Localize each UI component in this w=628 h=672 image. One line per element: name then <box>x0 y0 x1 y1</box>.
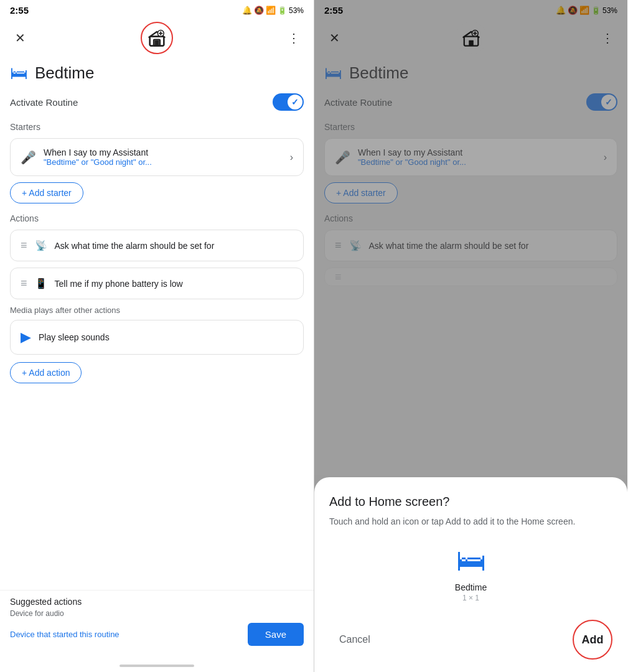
actions-label: Actions <box>10 213 304 223</box>
mic-icon: 🎤 <box>21 150 36 165</box>
media-title: Play sleep sounds <box>39 332 110 342</box>
starters-label: Starters <box>10 122 304 132</box>
suggested-actions-label: Suggested actions <box>10 597 304 607</box>
starter-title: When I say to my Assistant <box>44 147 283 157</box>
left-panel: 2:55 🔔 🔕 📶 🔋 53% ✕ <box>0 0 314 672</box>
play-icon: ▶ <box>21 329 31 345</box>
drag-handle2-icon: ≡ <box>21 277 27 290</box>
svg-rect-3 <box>154 40 159 46</box>
left-time: 2:55 <box>10 5 29 16</box>
dialog-cancel-button[interactable]: Cancel <box>329 628 380 651</box>
home-add-icon <box>148 29 166 47</box>
left-more-button[interactable]: ⋮ <box>281 26 306 50</box>
battery-icon: 🔋 <box>278 6 287 15</box>
home-indicator <box>120 665 194 667</box>
action2-title: Tell me if my phone battery is low <box>55 279 293 289</box>
dialog-icon-area: 🛏 Bedtime 1 × 1 <box>329 543 612 602</box>
right-panel: 2:55 🔔 🔕 📶 🔋 53% ✕ ⋮ <box>314 0 627 672</box>
bed-icon: 🛏 <box>10 63 27 83</box>
drag-handle-icon: ≡ <box>21 239 27 252</box>
left-bottom-bar: Suggested actions Device for audio Devic… <box>0 590 314 658</box>
dialog-overlay: Add to Home screen? Touch and hold an ic… <box>314 0 627 672</box>
activate-toggle[interactable]: ✓ <box>273 93 304 111</box>
dialog-body: Touch and hold an icon or tap Add to add… <box>329 515 612 528</box>
toggle-knob: ✓ <box>288 95 302 110</box>
add-starter-button[interactable]: + Add starter <box>10 182 83 203</box>
check-icon: ✓ <box>291 97 299 107</box>
speaker-icon: 📡 <box>35 240 47 251</box>
action1-content: Ask what time the alarm should be set fo… <box>55 241 293 251</box>
add-to-homescreen-dialog: Add to Home screen? Touch and hold an ic… <box>314 477 627 672</box>
left-top-bar: ✕ ⋮ <box>0 18 314 58</box>
activate-label: Activate Routine <box>10 97 78 108</box>
dialog-add-circle[interactable]: Add <box>573 620 612 660</box>
phone-icon: 📱 <box>35 278 47 289</box>
dialog-actions-row: Cancel Add <box>329 615 612 660</box>
battery-pct: 53% <box>289 6 304 15</box>
activate-routine-row: Activate Routine ✓ <box>10 93 304 111</box>
left-status-bar: 2:55 🔔 🔕 📶 🔋 53% <box>0 0 314 18</box>
device-audio-label: Device for audio <box>10 609 304 618</box>
action1-card[interactable]: ≡ 📡 Ask what time the alarm should be se… <box>10 230 304 261</box>
wifi-icon: 📶 <box>266 6 276 15</box>
save-button[interactable]: Save <box>248 623 304 646</box>
dialog-bed-icon: 🛏 <box>456 543 486 577</box>
media-card[interactable]: ▶ Play sleep sounds <box>10 320 304 355</box>
add-action-button[interactable]: + Add action <box>10 362 82 383</box>
left-content: 🛏 Bedtime Activate Routine ✓ Starters 🎤 … <box>0 58 314 590</box>
home-icon-circled[interactable] <box>141 22 173 54</box>
media-section-label: Media plays after other actions <box>10 306 304 315</box>
device-link[interactable]: Device that started this routine <box>10 630 120 639</box>
dialog-title: Add to Home screen? <box>329 495 612 509</box>
starter-card[interactable]: 🎤 When I say to my Assistant "Bedtime" o… <box>10 138 304 176</box>
routine-title-text: Bedtime <box>35 63 94 83</box>
left-top-center <box>141 22 173 54</box>
routine-title-row: 🛏 Bedtime <box>10 63 304 83</box>
dialog-icon-size: 1 × 1 <box>462 594 479 602</box>
action2-content: Tell me if my phone battery is low <box>55 279 293 289</box>
silent-icon: 🔕 <box>254 6 264 15</box>
starter-card-content: When I say to my Assistant "Bedtime" or … <box>44 147 283 167</box>
starter-subtitle: "Bedtime" or "Good night" or... <box>44 157 283 167</box>
left-close-button[interactable]: ✕ <box>7 26 32 50</box>
dialog-add-button[interactable]: Add <box>582 633 604 646</box>
alarm-icon: 🔔 <box>242 6 252 15</box>
chevron-right-icon: › <box>290 152 293 163</box>
action1-title: Ask what time the alarm should be set fo… <box>55 241 293 251</box>
action2-card[interactable]: ≡ 📱 Tell me if my phone battery is low <box>10 268 304 299</box>
left-status-icons: 🔔 🔕 📶 🔋 53% <box>242 6 304 15</box>
dialog-icon-label: Bedtime <box>455 582 487 592</box>
bottom-actions-row: Device that started this routine Save <box>10 623 304 646</box>
